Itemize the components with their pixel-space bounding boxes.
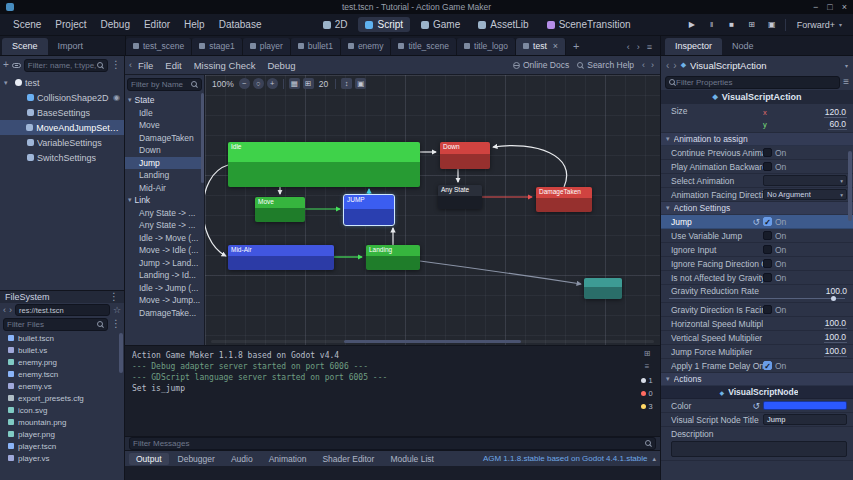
file-filter-input[interactable] <box>7 320 97 329</box>
editor-menu-item[interactable]: Missing Check <box>188 59 262 72</box>
workspace-tab[interactable]: Script <box>358 17 410 32</box>
zoom-out-button[interactable]: − <box>239 78 250 89</box>
add-scene-tab-button[interactable]: + <box>566 40 586 55</box>
inspector-row[interactable]: ▾ Select Animation ↺ ▾ <box>661 174 853 188</box>
script-forward-icon[interactable]: › <box>651 60 654 70</box>
expander-icon[interactable]: ▾ <box>4 79 12 87</box>
outline-item[interactable]: ▾ Idle -> Jump (... <box>125 282 204 295</box>
word-wrap-icon[interactable]: ≡ <box>645 363 650 371</box>
help-link[interactable]: Online Docs <box>513 60 569 70</box>
file-item[interactable]: export_presets.cfg <box>0 392 124 404</box>
favorite-icon[interactable]: ☆ <box>113 305 121 315</box>
slider-grabber[interactable] <box>831 296 836 301</box>
scene-tab[interactable]: title_logo × <box>457 38 516 55</box>
checkbox[interactable] <box>763 217 772 226</box>
property-value[interactable]: No Argument <box>767 190 811 199</box>
revert-icon[interactable]: ↺ <box>752 401 760 411</box>
graph-canvas[interactable]: 100% − ○ + ▦ ⊞ 20 ↕ ▣ IdleDownMoveJUMPAn… <box>205 75 660 345</box>
left-dock-tab[interactable]: Scene <box>2 38 48 55</box>
expander-icon[interactable]: ▾ <box>128 96 132 104</box>
property-value[interactable]: 100.0 <box>824 318 847 329</box>
outline-item[interactable]: ▾ Any State -> ... <box>125 219 204 232</box>
checkbox[interactable] <box>763 148 772 157</box>
version-status-link[interactable]: AGM 1.1.8.stable based on Godot 4.4.1.st… <box>483 454 648 463</box>
outline-item[interactable]: ▾ State <box>125 94 204 107</box>
workspace-tab[interactable]: Game <box>414 17 467 32</box>
scene-tree-item[interactable]: ▾ BaseSettings ◉ <box>0 105 124 120</box>
graph-node-node-small[interactable] <box>584 278 622 299</box>
file-filter-menu-icon[interactable]: ⋮ <box>111 319 121 329</box>
inspector-row[interactable]: ▾ Ignore Input ↺ On ▾ <box>661 243 853 257</box>
outline-item[interactable]: ▾ DamageTaken <box>125 132 204 145</box>
expand-bottom-panel-icon[interactable]: ▴ <box>652 455 656 463</box>
tab-scroll-left-icon[interactable]: ‹ <box>627 42 630 52</box>
inspector-row[interactable]: ▾ Jump Force Multiplier ↺ 100.0 ▾ <box>661 345 853 359</box>
bottom-panel-tab[interactable]: Shader Editor <box>315 453 381 465</box>
file-item[interactable]: player.vs <box>0 452 124 464</box>
file-item[interactable]: mountain.png <box>0 416 124 428</box>
graph-node-landing[interactable]: Landing <box>366 245 420 270</box>
inspector-row[interactable]: ▾ Vertical Speed Multiplier ↺ 100.0 ▾ <box>661 331 853 345</box>
workspace-tab[interactable]: AssetLib <box>471 17 535 32</box>
scene-dock-menu-icon[interactable]: ⋮ <box>111 60 121 70</box>
pause-button[interactable]: ‖ <box>705 20 719 29</box>
value-slider[interactable] <box>669 298 845 299</box>
graph-node-jump[interactable]: JUMP <box>344 195 394 225</box>
menu-item[interactable]: Help <box>177 17 212 32</box>
checkbox[interactable] <box>763 361 772 370</box>
outline-item[interactable]: ▾ Landing <box>125 169 204 182</box>
inspector-row[interactable]: ▾ Action Settings ↺ ▾ <box>661 202 853 215</box>
scene-tree-item[interactable]: ▾ CollisionShape2D ◉ <box>0 90 124 105</box>
renderer-select[interactable]: Forward+ ▾ <box>792 18 847 32</box>
expand-output-icon[interactable]: ⊞ <box>644 350 651 358</box>
outline-item[interactable]: ▾ Link <box>125 194 204 207</box>
outline-item[interactable]: ▾ Jump -> Land... <box>125 257 204 270</box>
canvas-h-scrollbar[interactable] <box>211 340 654 343</box>
scene-tree-item[interactable]: ▾ VariableSettings ◉ <box>0 135 124 150</box>
close-button[interactable]: × <box>842 2 847 12</box>
bottom-panel-tab[interactable]: Debugger <box>171 453 222 465</box>
bottom-panel-tab[interactable]: Animation <box>262 453 314 465</box>
menu-item[interactable]: Scene <box>6 17 48 32</box>
workspace-tab[interactable]: 2D <box>316 17 355 32</box>
inspector-row[interactable]: ▾ Visual Script Node Title ↺ Jump ▾ <box>661 413 853 427</box>
instance-scene-icon[interactable] <box>12 63 21 68</box>
file-item[interactable]: enemy.vs <box>0 380 124 392</box>
inspector-row[interactable]: ▾ Apply 1 Frame Delay On Ex ↺ On ▾ <box>661 359 853 373</box>
checkbox[interactable] <box>763 231 772 240</box>
menu-item[interactable]: Project <box>48 17 93 32</box>
checkbox[interactable] <box>763 305 772 314</box>
message-count-badge[interactable]: 1 <box>641 376 652 385</box>
right-dock-tab[interactable]: Node <box>722 38 764 55</box>
inspector-row[interactable]: ▾ Actions ↺ ▾ <box>661 373 853 386</box>
play-scene-button[interactable]: ⊞ <box>745 20 759 29</box>
inspector-row[interactable]: ▾ Color ↺ ▾ <box>661 399 853 413</box>
checkbox[interactable] <box>763 273 772 282</box>
file-item[interactable]: bullet.tscn <box>0 332 124 344</box>
workspace-tab[interactable]: SceneTransition <box>540 17 638 32</box>
file-item[interactable]: enemy.png <box>0 356 124 368</box>
scene-tab[interactable]: test × <box>516 38 566 55</box>
bottom-panel-tab[interactable]: Audio <box>224 453 260 465</box>
right-dock-tab[interactable]: Inspector <box>665 38 722 55</box>
file-item[interactable]: player.tscn <box>0 440 124 452</box>
inspector-row[interactable]: ▾ Is not Affected by Gravity ↺ On ▾ <box>661 271 853 285</box>
object-history-dropdown-icon[interactable]: ▾ <box>845 62 848 69</box>
minimize-button[interactable]: − <box>813 2 818 12</box>
history-back-icon[interactable]: ‹ <box>666 60 669 71</box>
maximize-button[interactable]: □ <box>827 2 832 12</box>
current-path[interactable]: res://test.tscn <box>15 304 110 316</box>
outline-item[interactable]: ▾ Mid-Air <box>125 182 204 195</box>
outline-item[interactable]: ▾ Jump <box>125 157 204 170</box>
inspector-row[interactable]: ▾ VisualScriptNode ↺ ▾ <box>661 386 853 399</box>
outline-item[interactable]: ▾ Idle <box>125 107 204 120</box>
file-item[interactable]: icon.svg <box>0 404 124 416</box>
add-node-button[interactable]: + <box>3 60 9 70</box>
color-swatch[interactable] <box>763 401 847 410</box>
inspector-scrollbar[interactable] <box>848 151 852 221</box>
menu-item[interactable]: Database <box>212 17 269 32</box>
visibility-eye-icon[interactable]: ◉ <box>113 93 120 102</box>
checkbox[interactable] <box>763 245 772 254</box>
inspector-row[interactable]: ▾ Play Animation Backwards ↺ On ▾ <box>661 160 853 174</box>
bottom-panel-tab[interactable]: Module List <box>383 453 440 465</box>
